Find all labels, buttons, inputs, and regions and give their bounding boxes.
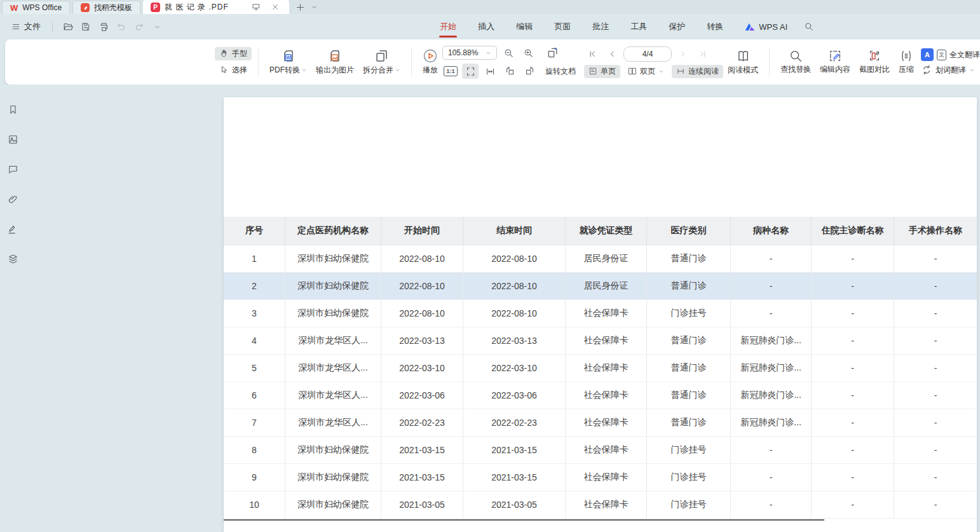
cell-institution: 深圳市妇幼保健院: [285, 245, 381, 273]
wps-logo-icon: W: [10, 3, 18, 13]
rotate-left-icon[interactable]: [501, 64, 518, 79]
close-tab-icon[interactable]: [269, 1, 282, 13]
next-page-icon[interactable]: [675, 46, 691, 62]
thumbnail-image-icon[interactable]: [4, 131, 21, 147]
fit-page-button[interactable]: [462, 64, 479, 79]
double-page-label: 双页: [640, 66, 655, 77]
rotate-doc-label: 旋转文档: [545, 66, 576, 77]
ribbon-tab[interactable]: 页面: [553, 18, 572, 36]
find-replace-button[interactable]: 查找替换: [776, 49, 815, 75]
cell-end-date: 2022-03-13: [463, 327, 566, 355]
play-button[interactable]: 播放: [418, 48, 442, 76]
export-image-icon: [327, 48, 343, 64]
ribbon-tab[interactable]: 编辑: [515, 18, 534, 36]
first-page-icon[interactable]: [584, 46, 601, 62]
cell-medical-category: 普通门诊: [647, 327, 731, 355]
cell-start-date: 2021-03-15: [381, 464, 463, 491]
cell-start-date: 2022-03-10: [381, 355, 463, 382]
ribbon-tab[interactable]: 批注: [591, 18, 610, 36]
print-icon[interactable]: [96, 19, 111, 34]
signature-pen-icon[interactable]: [4, 221, 21, 237]
tab-list-chevron-icon[interactable]: [308, 1, 321, 13]
cell-start-date: 2022-08-10: [381, 273, 463, 300]
cursor-icon: [219, 65, 229, 75]
zoom-in-icon[interactable]: [520, 45, 536, 60]
compress-button[interactable]: 压缩: [894, 49, 918, 75]
divider: [769, 48, 770, 77]
bookmark-icon[interactable]: [4, 101, 21, 118]
rotate-right-icon[interactable]: [521, 64, 538, 79]
screenshot-compare-button[interactable]: 截图对比: [855, 49, 894, 75]
ribbon-tab[interactable]: 开始: [439, 18, 458, 36]
continuous-read-button[interactable]: 连续阅读: [672, 65, 723, 78]
cell-start-date: 2021-03-05: [381, 491, 463, 519]
toolbar-ribbon: 手型 选择 W PDF转换 输出为图片 拆分合并: [5, 39, 980, 85]
book-icon: [736, 49, 751, 64]
undo-icon[interactable]: [114, 19, 129, 34]
cell-medical-category: 门诊挂号: [647, 491, 731, 519]
hand-tool-button[interactable]: 手型: [215, 47, 252, 60]
rotate-doc-button[interactable]: 旋转文档: [541, 65, 580, 78]
workspace: 序号定点医药机构名称开始时间结束时间就诊凭证类型医疗类别病种名称住院主诊断名称手…: [0, 85, 980, 532]
last-page-icon[interactable]: [695, 46, 711, 62]
swap-pages-icon[interactable]: [545, 45, 561, 60]
attachment-icon[interactable]: [4, 191, 21, 207]
play-label: 播放: [423, 65, 438, 76]
zoom-level-dropdown[interactable]: 105.88%: [442, 46, 497, 60]
cell-credential-type: 社会保障卡: [566, 382, 647, 409]
cell-disease-name: -: [731, 437, 812, 464]
search-icon[interactable]: [801, 19, 817, 34]
page-number-input[interactable]: [623, 46, 672, 62]
read-mode-button[interactable]: 阅读模式: [723, 49, 763, 76]
table-header-cell: 病种名称: [731, 217, 812, 245]
one-to-one-icon: 1:1: [444, 66, 458, 76]
full-translate-button[interactable]: A 文 全文翻译: [921, 48, 980, 61]
export-image-button[interactable]: 输出为图片: [311, 48, 358, 76]
table-header-cell: 就诊凭证类型: [566, 217, 647, 245]
monitor-icon[interactable]: [250, 1, 262, 13]
ribbon-tab[interactable]: 保护: [667, 18, 686, 36]
word-translate-button[interactable]: 划词翻译: [921, 64, 980, 76]
ribbon-tab[interactable]: 转换: [705, 18, 725, 36]
wps-ai-button[interactable]: WPS AI: [745, 22, 787, 32]
cell-credential-type: 社会保障卡: [566, 327, 647, 355]
prev-page-icon[interactable]: [604, 46, 620, 62]
find-replace-search-icon: [789, 49, 803, 63]
fit-width-button[interactable]: [482, 64, 498, 79]
tab-docer-templates[interactable]: 找稻壳模板: [72, 1, 140, 14]
cell-seq: 6: [224, 382, 285, 409]
cell-institution: 深圳市妇幼保健院: [285, 464, 381, 491]
ribbon-tab[interactable]: 工具: [629, 18, 648, 36]
tab-document-pdf[interactable]: P 就 医 记 录 .PDF: [143, 0, 289, 14]
edit-content-button[interactable]: 编辑内容: [815, 49, 855, 75]
cell-admission-diagnosis: -: [812, 355, 894, 382]
zoom-out-icon[interactable]: [500, 45, 517, 60]
file-menu-button[interactable]: 文件: [6, 18, 46, 35]
ribbon-tab[interactable]: 插入: [477, 18, 496, 36]
pdf-convert-button[interactable]: W PDF转换: [265, 48, 311, 76]
actual-size-button[interactable]: 1:1: [442, 64, 459, 79]
hand-icon: [219, 49, 229, 58]
fit-width-icon: [485, 66, 496, 77]
cell-operation-name: -: [894, 464, 977, 491]
split-merge-button[interactable]: 拆分合并: [358, 48, 405, 76]
cell-admission-diagnosis: -: [812, 409, 894, 437]
save-icon[interactable]: [78, 19, 93, 34]
cell-disease-name: -: [731, 464, 812, 491]
layers-icon[interactable]: [4, 250, 21, 267]
tab-label: WPS Office: [22, 3, 62, 12]
new-tab-plus-icon[interactable]: [294, 1, 307, 13]
double-page-button[interactable]: 双页: [623, 65, 669, 78]
select-tool-button[interactable]: 选择: [215, 64, 252, 77]
redo-icon[interactable]: [132, 19, 147, 34]
cell-medical-category: 门诊挂号: [647, 300, 731, 327]
open-folder-icon[interactable]: [60, 19, 76, 34]
comment-icon[interactable]: [4, 161, 21, 177]
hand-tool-label: 手型: [232, 48, 247, 59]
cell-operation-name: -: [894, 437, 977, 464]
single-page-button[interactable]: 单页: [584, 65, 620, 78]
tab-wps-office[interactable]: W WPS Office: [2, 1, 70, 14]
divider: [411, 48, 412, 77]
edit-content-icon: [828, 49, 842, 63]
undo-history-chevron-icon[interactable]: [149, 19, 165, 34]
